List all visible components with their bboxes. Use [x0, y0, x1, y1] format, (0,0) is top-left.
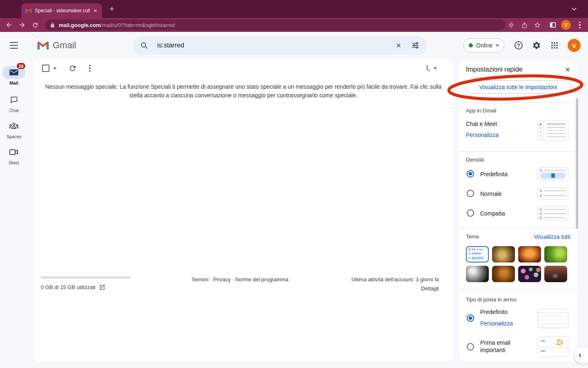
chat-meet-label: Chat e Meet	[466, 121, 497, 127]
sidebar-item-meet[interactable]: Meet	[0, 146, 28, 165]
url-path: /mail/u/0/?tab=rm&ogbl#starred	[101, 22, 175, 28]
unread-badge: 26	[17, 63, 25, 69]
chat-pill[interactable]	[2, 93, 25, 106]
account-avatar[interactable]: V	[568, 39, 581, 52]
close-icon[interactable]: ✕	[564, 65, 572, 74]
tab-close-icon[interactable]: ✕	[93, 8, 98, 14]
mini-gmail-label: Gmail	[477, 248, 483, 251]
theme-tile-bokeh[interactable]	[518, 266, 541, 282]
gmail-app: Gmail is:starred ✕ Online ? V	[0, 32, 588, 368]
chevron-down-icon	[434, 67, 437, 70]
hamburger-menu-icon[interactable]	[10, 42, 18, 49]
storage-label: 0 GB di 15 GB utilizzati	[41, 284, 96, 290]
gmail-wordmark: Gmail	[53, 40, 76, 51]
refresh-icon[interactable]	[69, 64, 77, 72]
settings-gear-icon[interactable]	[532, 40, 541, 50]
details-link[interactable]: Dettagli	[352, 285, 439, 292]
input-tools-toggle[interactable]: It	[426, 64, 437, 72]
customize-apps-link[interactable]: Personalizza	[466, 132, 499, 138]
density-radio-default[interactable]	[467, 170, 474, 177]
sidebar-item-mail[interactable]: 26 Mail	[0, 66, 28, 85]
back-icon[interactable]	[4, 20, 14, 30]
customize-inbox-link[interactable]: Personalizza	[480, 320, 513, 327]
apps-preview-thumbnail	[537, 120, 568, 141]
sidebar-item-chat[interactable]: Chat	[0, 93, 28, 113]
theme-tile-default[interactable]: Gmail	[466, 246, 489, 263]
side-panel-icon[interactable]	[549, 21, 557, 29]
chevron-down-icon	[496, 45, 499, 47]
extension-icon[interactable]	[507, 21, 515, 29]
browser-menu-icon[interactable]	[575, 20, 585, 30]
density-radio-compact[interactable]	[467, 209, 474, 217]
new-tab-button[interactable]: +	[107, 4, 117, 14]
select-dropdown-icon[interactable]	[53, 67, 56, 70]
theme-tile-canyon[interactable]	[518, 246, 541, 263]
share-icon[interactable]	[520, 21, 528, 29]
search-icon[interactable]	[140, 41, 148, 49]
status-label: Online	[476, 42, 492, 49]
open-in-new-icon[interactable]	[99, 284, 105, 290]
help-icon[interactable]: ?	[514, 40, 523, 50]
divider	[459, 102, 577, 103]
search-value[interactable]: is:starred	[157, 42, 394, 49]
density-option-label[interactable]: Normale	[480, 191, 502, 197]
mini-menu-icon	[468, 249, 471, 250]
gmail-favicon-icon	[25, 8, 32, 13]
inbox-option-label[interactable]: Prima email importanti	[480, 339, 510, 354]
theme-tile-spheres[interactable]	[466, 266, 489, 282]
view-all-settings-button[interactable]: Visualizza tutte le impostazioni	[466, 80, 571, 94]
theme-tile-river[interactable]	[544, 266, 567, 282]
density-radio-normal[interactable]	[467, 190, 474, 197]
inbox-radio-important[interactable]	[467, 343, 474, 350]
sidebar-item-spaces[interactable]: Spaces	[0, 119, 28, 139]
sidebar-item-label: Spaces	[0, 134, 28, 139]
status-dropdown[interactable]: Online	[463, 38, 504, 52]
importance-marker-icon	[557, 339, 564, 345]
mail-icon	[9, 69, 18, 76]
theme-tile-chess[interactable]	[492, 246, 515, 263]
clear-search-icon[interactable]: ✕	[394, 42, 403, 49]
theme-tile-leaves[interactable]	[492, 266, 515, 282]
browser-tab[interactable]: Speciali - videomaker.culture@ ✕	[21, 3, 102, 18]
sidebar-item-label: Chat	[0, 108, 28, 113]
density-option-label[interactable]: Predefinita	[480, 171, 508, 177]
theme-tile-green[interactable]	[544, 246, 567, 263]
lock-icon	[50, 22, 55, 28]
search-options-icon[interactable]	[411, 41, 419, 49]
tab-title: Speciali - videomaker.culture@	[35, 8, 90, 13]
storage-label-row: 0 GB di 15 GB utilizzati	[41, 284, 105, 290]
panel-scrollbar-thumb[interactable]	[576, 98, 578, 229]
more-options-icon[interactable]	[89, 65, 91, 72]
url-domain: mail.google.com	[59, 22, 101, 28]
meet-icon	[9, 148, 19, 156]
inbox-type-section-title: Tipo di posta in arrivo	[466, 296, 517, 303]
select-all-checkbox[interactable]	[42, 65, 49, 72]
url-bar[interactable]: mail.google.com/mail/u/0/?tab=rm&ogbl#st…	[45, 20, 506, 30]
tabstrip-chevron-icon[interactable]	[571, 6, 577, 12]
browser-avatar[interactable]: V	[561, 20, 571, 30]
inbox-radio-default[interactable]	[467, 314, 474, 322]
browser-tabstrip: Speciali - videomaker.culture@ ✕ +	[0, 0, 588, 18]
inbox-option-label[interactable]: Predefinito	[480, 309, 508, 315]
sidebar-item-label: Mail	[0, 81, 28, 85]
density-normal-thumbnail	[537, 187, 568, 200]
apps-grid-icon[interactable]	[550, 40, 559, 50]
sidebar-item-label: Meet	[0, 160, 28, 165]
density-compact-thumbnail	[537, 206, 568, 220]
spaces-pill[interactable]	[2, 119, 25, 132]
list-toolbar: It	[33, 59, 453, 77]
view-all-themes-link[interactable]: Visualizza tutti	[534, 233, 570, 240]
mail-pill[interactable]: 26	[2, 66, 25, 79]
density-default-thumbnail	[537, 167, 568, 180]
reload-icon[interactable]	[30, 20, 40, 30]
url-text: mail.google.com/mail/u/0/?tab=rm&ogbl#st…	[59, 22, 175, 28]
quick-settings-panel: Impostazioni rapide ✕ Visualizza tutte l…	[459, 61, 577, 362]
list-footer: 0 GB di 15 GB utilizzati Termini · Priva…	[41, 274, 439, 298]
forward-icon[interactable]	[17, 20, 27, 30]
search-input[interactable]: is:starred ✕	[133, 36, 427, 55]
collapse-panel-button[interactable]: ‹	[574, 346, 588, 364]
density-option-label[interactable]: Compatta	[480, 210, 505, 217]
meet-pill[interactable]	[2, 146, 25, 159]
bookmark-star-icon[interactable]	[533, 21, 541, 29]
browser-toolbar: mail.google.com/mail/u/0/?tab=rm&ogbl#st…	[0, 18, 588, 32]
